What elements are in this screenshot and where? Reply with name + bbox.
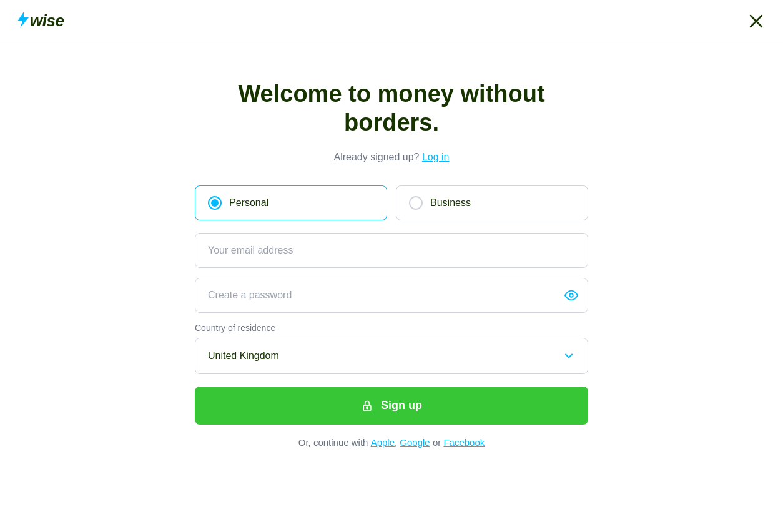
facebook-link[interactable]: Facebook [443, 437, 485, 448]
country-section: Country of residence United Kingdom [195, 323, 588, 374]
country-dropdown[interactable]: United Kingdom [195, 338, 588, 374]
radio-dot [211, 199, 219, 207]
country-label: Country of residence [195, 323, 588, 333]
lock-icon [361, 400, 373, 412]
page-title: Welcome to money without borders. [204, 80, 579, 137]
header: wise [0, 0, 783, 42]
personal-option[interactable]: Personal [195, 185, 387, 220]
signup-label: Sign up [381, 399, 422, 412]
password-wrapper [195, 278, 588, 313]
chevron-down-icon [563, 350, 575, 362]
personal-label: Personal [229, 197, 268, 209]
business-label: Business [430, 197, 471, 209]
signup-button[interactable]: Sign up [195, 387, 588, 425]
apple-link[interactable]: Apple [371, 437, 395, 448]
login-link[interactable]: Log in [422, 152, 450, 162]
subtitle: Already signed up? Log in [333, 152, 449, 163]
toggle-password-icon[interactable] [564, 288, 578, 302]
svg-point-2 [367, 407, 368, 409]
email-input[interactable] [195, 233, 588, 268]
google-link[interactable]: Google [400, 437, 430, 448]
social-login-text: Or, continue with Apple, Google or Faceb… [195, 437, 588, 448]
business-option[interactable]: Business [396, 185, 588, 220]
svg-point-0 [569, 293, 573, 297]
wise-logo: wise [17, 11, 64, 31]
logo-wordmark: wise [30, 11, 64, 31]
password-input[interactable] [195, 278, 588, 313]
country-value: United Kingdom [208, 350, 279, 362]
logo-bolt [17, 12, 29, 31]
registration-form: Personal Business Country of residence [195, 185, 588, 448]
personal-radio [208, 196, 222, 210]
close-button[interactable] [747, 12, 766, 31]
business-radio [409, 196, 423, 210]
account-type-selector: Personal Business [195, 185, 588, 220]
main-content: Welcome to money without borders. Alread… [0, 42, 783, 448]
